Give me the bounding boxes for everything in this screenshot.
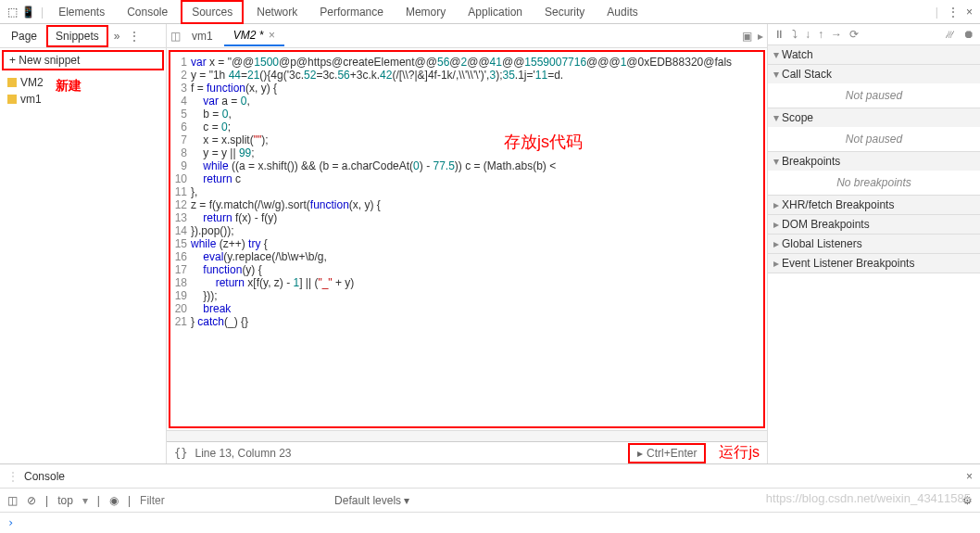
snippet-name: vm1 bbox=[20, 93, 42, 106]
cursor-position: Line 13, Column 23 bbox=[195, 447, 291, 460]
filter-input[interactable] bbox=[140, 494, 307, 507]
watermark-text: https://blog.csdn.net/weixin_43411585 bbox=[766, 491, 971, 505]
debug-section-header[interactable]: Scope bbox=[768, 108, 980, 127]
sidebar-toggle-icon[interactable]: ◫ bbox=[7, 494, 18, 507]
run-snippet-button[interactable]: ▸ Ctrl+Enter bbox=[628, 443, 706, 463]
editor-pane: ◫ vm1 VM2 * × ▣ ▸ 1var x = "@@1500@p@htt… bbox=[167, 24, 767, 463]
editor-run-icon[interactable]: ▸ bbox=[758, 30, 763, 43]
debug-section-header[interactable]: Call Stack bbox=[768, 65, 980, 83]
tab-network[interactable]: Network bbox=[247, 2, 307, 22]
code-editor[interactable]: 1var x = "@@1500@p@https@createElement@@… bbox=[169, 50, 765, 428]
tab-console[interactable]: Console bbox=[118, 2, 177, 22]
subtab-snippets[interactable]: Snippets bbox=[46, 25, 108, 47]
close-tab-icon[interactable]: × bbox=[269, 29, 275, 42]
debug-section-header[interactable]: DOM Breakpoints bbox=[768, 215, 980, 234]
live-expression-icon[interactable]: ◉ bbox=[109, 494, 119, 507]
tab-security[interactable]: Security bbox=[535, 2, 594, 22]
snippet-list: VM2 vm1 bbox=[0, 72, 166, 109]
step-over-icon[interactable]: ⤵ bbox=[792, 28, 798, 41]
annotation-new: 新建 bbox=[56, 78, 82, 95]
file-icon bbox=[7, 95, 17, 104]
tab-performance[interactable]: Performance bbox=[310, 2, 393, 22]
editor-tabs: ◫ vm1 VM2 * × ▣ ▸ bbox=[167, 24, 767, 48]
annotation-code: 存放js代码 bbox=[504, 131, 583, 153]
new-snippet-button[interactable]: + New snippet bbox=[2, 50, 164, 70]
subtab-page[interactable]: Page bbox=[4, 27, 44, 45]
pause-exception-icon[interactable]: ⏺ bbox=[963, 28, 974, 41]
chevron-right-icon[interactable]: » bbox=[110, 30, 124, 43]
close-icon[interactable]: × bbox=[966, 6, 973, 19]
tab-application[interactable]: Application bbox=[459, 2, 532, 22]
console-header: ⋮ Console × bbox=[0, 464, 980, 489]
tab-memory[interactable]: Memory bbox=[396, 2, 455, 22]
device-icon[interactable]: 📱 bbox=[21, 6, 35, 19]
more-icon[interactable]: ⋮ bbox=[948, 6, 959, 19]
tab-elements[interactable]: Elements bbox=[49, 2, 114, 22]
debug-section-body: No breakpoints bbox=[768, 171, 980, 195]
debug-toolbar: ⏸ ⤵ ↓ ↑ → ⟳ ⫻ ⏺ bbox=[768, 24, 980, 45]
step-out-icon[interactable]: ↑ bbox=[818, 28, 823, 41]
step-into-icon[interactable]: ↓ bbox=[805, 28, 810, 41]
snippet-name: VM2 bbox=[20, 76, 44, 89]
pause-icon[interactable]: ⏸ bbox=[773, 28, 785, 41]
annotation-run: 运行js bbox=[719, 443, 760, 463]
console-prompt[interactable]: › bbox=[0, 513, 980, 533]
devtools-top-tabs: ⬚ 📱 | Elements Console Sources Network P… bbox=[0, 0, 980, 24]
sidebar-toggle-icon[interactable]: ◫ bbox=[170, 30, 181, 43]
debug-section-header[interactable]: Breakpoints bbox=[768, 152, 980, 171]
debug-section-header[interactable]: XHR/fetch Breakpoints bbox=[768, 196, 980, 214]
horizontal-scrollbar[interactable] bbox=[167, 430, 767, 441]
debug-section-body: Not paused bbox=[768, 83, 980, 108]
format-brace-icon[interactable]: {} bbox=[174, 447, 187, 460]
editor-status-bar: {} Line 13, Column 23 ▸ Ctrl+Enter 运行js bbox=[167, 441, 767, 463]
debugger-pane: ⏸ ⤵ ↓ ↑ → ⟳ ⫻ ⏺ WatchCall StackNot pause… bbox=[767, 24, 980, 463]
sources-sidebar: Page Snippets » ⋮ + New snippet VM2 vm1 … bbox=[0, 24, 167, 463]
more-vert-icon[interactable]: ⋮ bbox=[125, 30, 144, 43]
file-icon bbox=[7, 78, 17, 87]
more-vert-icon[interactable]: ⋮ bbox=[7, 470, 19, 483]
snippet-item[interactable]: vm1 bbox=[7, 91, 158, 108]
console-tab-label[interactable]: Console bbox=[24, 470, 65, 483]
deactivate-icon[interactable]: ⟳ bbox=[849, 28, 859, 41]
editor-tab-vm1[interactable]: vm1 bbox=[182, 27, 222, 45]
editor-tab-vm2[interactable]: VM2 * × bbox=[224, 26, 284, 46]
debug-section-header[interactable]: Watch bbox=[768, 45, 980, 64]
inspect-icon[interactable]: ⬚ bbox=[7, 6, 18, 19]
debug-section-body: Not paused bbox=[768, 127, 980, 151]
tab-audits[interactable]: Audits bbox=[597, 2, 647, 22]
async-icon[interactable]: ⫻ bbox=[945, 28, 956, 41]
close-drawer-icon[interactable]: × bbox=[966, 470, 973, 483]
editor-layout-icon[interactable]: ▣ bbox=[742, 30, 752, 43]
play-icon: ▸ bbox=[637, 447, 643, 460]
sidebar-sub-tabs: Page Snippets » ⋮ bbox=[0, 24, 166, 48]
context-selector[interactable]: top bbox=[57, 494, 73, 507]
debug-section-header[interactable]: Global Listeners bbox=[768, 235, 980, 253]
debug-section-header[interactable]: Event Listener Breakpoints bbox=[768, 254, 980, 273]
snippet-item[interactable]: VM2 bbox=[7, 74, 158, 91]
tab-sources[interactable]: Sources bbox=[181, 0, 244, 24]
log-levels-selector[interactable]: Default levels ▾ bbox=[334, 494, 409, 507]
step-icon[interactable]: → bbox=[831, 28, 842, 41]
clear-console-icon[interactable]: ⊘ bbox=[27, 494, 36, 507]
